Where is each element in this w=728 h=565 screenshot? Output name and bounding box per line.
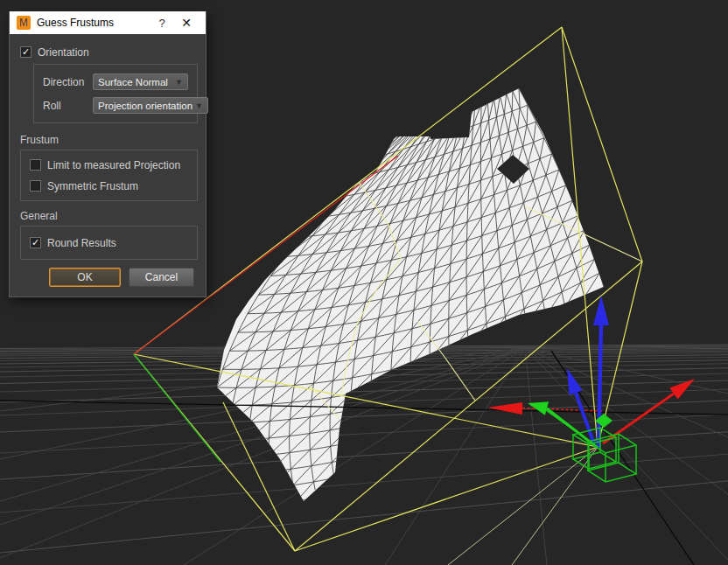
viewport-3d[interactable]: M Guess Frustums ? ✕ ✓ Orientation Direc… <box>0 0 728 565</box>
chevron-down-icon: ▼ <box>195 101 203 110</box>
dialog-title: Guess Frustums <box>37 17 150 29</box>
round-results-row[interactable]: ✓ Round Results <box>30 235 188 250</box>
dialog-titlebar[interactable]: M Guess Frustums ? ✕ <box>10 11 206 34</box>
symmetric-frustum-checkbox[interactable] <box>30 180 41 192</box>
round-results-label: Round Results <box>47 237 116 249</box>
help-button[interactable]: ? <box>150 17 174 30</box>
cancel-button[interactable]: Cancel <box>129 268 194 287</box>
general-section-label: General <box>20 210 195 223</box>
orientation-groupbox: Direction Surface Normal ▼ Roll Projecti… <box>33 64 198 123</box>
symmetric-frustum-row[interactable]: Symmetric Frustum <box>30 178 188 193</box>
orientation-checkbox[interactable]: ✓ <box>20 46 32 58</box>
chevron-down-icon: ▼ <box>175 78 183 87</box>
direction-label: Direction <box>43 76 93 88</box>
guess-frustums-dialog: M Guess Frustums ? ✕ ✓ Orientation Direc… <box>9 11 206 297</box>
frustum-groupbox: Limit to measured Projection Symmetric F… <box>20 150 198 201</box>
frustum-section-label: Frustum <box>20 134 195 147</box>
roll-select[interactable]: Projection orientation ▼ <box>93 97 208 114</box>
limit-projection-row[interactable]: Limit to measured Projection <box>30 157 188 172</box>
direction-value: Surface Normal <box>98 77 172 87</box>
orientation-checkbox-row[interactable]: ✓ Orientation <box>20 45 195 59</box>
ok-button[interactable]: OK <box>49 268 121 287</box>
limit-projection-label: Limit to measured Projection <box>47 159 180 171</box>
round-results-checkbox[interactable]: ✓ <box>30 237 41 248</box>
orientation-label: Orientation <box>38 46 89 59</box>
close-icon[interactable]: ✕ <box>174 16 199 30</box>
limit-projection-checkbox[interactable] <box>30 159 41 171</box>
app-logo-icon: M <box>17 16 31 30</box>
roll-value: Projection orientation <box>98 101 192 111</box>
roll-label: Roll <box>43 100 93 112</box>
dialog-body: ✓ Orientation Direction Surface Normal ▼… <box>10 34 206 296</box>
symmetric-frustum-label: Symmetric Frustum <box>47 180 138 192</box>
direction-select[interactable]: Surface Normal ▼ <box>93 73 188 90</box>
general-groupbox: ✓ Round Results <box>20 226 198 260</box>
